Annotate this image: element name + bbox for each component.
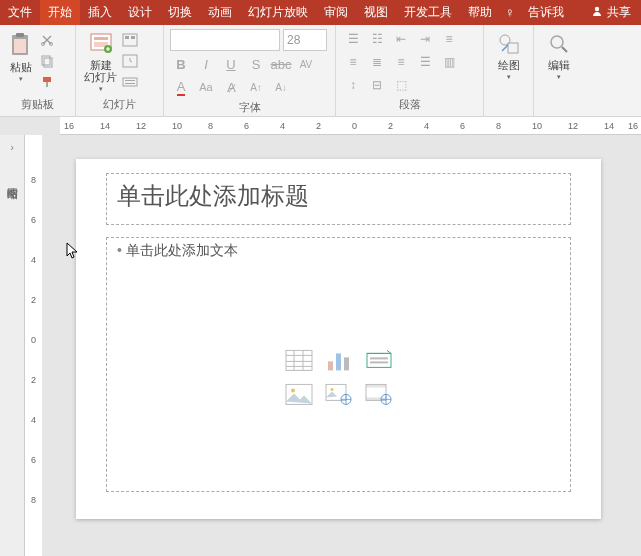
font-group-label: 字体 <box>170 100 329 117</box>
svg-rect-9 <box>43 77 51 82</box>
font-size-combo[interactable] <box>283 29 327 51</box>
clipboard-group-label: 剪贴板 <box>6 97 69 114</box>
new-slide-button[interactable]: 新建 幻灯片 ▾ <box>82 29 119 95</box>
shadow-button[interactable]: S <box>245 54 267 74</box>
title-placeholder-text: 单击此处添加标题 <box>117 180 560 212</box>
outline-toggle[interactable]: › <box>0 135 24 159</box>
svg-rect-17 <box>131 36 135 39</box>
svg-rect-34 <box>326 384 346 400</box>
menubar: 文件 开始 插入 设计 切换 动画 幻灯片放映 审阅 视图 开发工具 帮助 ♀ … <box>0 0 641 25</box>
menu-view[interactable]: 视图 <box>356 0 396 25</box>
title-placeholder[interactable]: 单击此处添加标题 <box>106 173 571 225</box>
italic-button[interactable]: I <box>195 54 217 74</box>
svg-rect-38 <box>366 384 386 387</box>
chevron-down-icon: ▾ <box>507 73 511 81</box>
line-spacing-button[interactable]: ≡ <box>438 29 460 49</box>
svg-rect-31 <box>370 361 388 363</box>
smartart-button[interactable]: ⬚ <box>390 75 412 95</box>
align-center-button[interactable]: ≣ <box>366 52 388 72</box>
svg-rect-26 <box>328 361 333 370</box>
clear-format-button[interactable]: A̷ <box>220 77 242 97</box>
menu-tellme[interactable]: 告诉我 <box>520 0 572 25</box>
chevron-down-icon: ▾ <box>19 75 23 83</box>
menu-review[interactable]: 审阅 <box>316 0 356 25</box>
reset-button[interactable] <box>121 52 139 70</box>
slide[interactable]: 单击此处添加标题 •单击此处添加文本 <box>76 159 601 519</box>
chevron-down-icon: ▾ <box>557 73 561 81</box>
share-label: 共享 <box>607 4 631 21</box>
outline-pane: › 缩略图 <box>0 135 25 556</box>
svg-rect-2 <box>16 33 24 37</box>
svg-point-33 <box>291 388 295 392</box>
svg-rect-39 <box>366 397 386 400</box>
insert-chart-icon[interactable] <box>322 346 356 374</box>
content-placeholder[interactable]: •单击此处添加文本 <box>106 237 571 492</box>
svg-point-0 <box>595 7 599 11</box>
underline-button[interactable]: U <box>220 54 242 74</box>
insert-online-picture-icon[interactable] <box>322 380 356 408</box>
svg-rect-16 <box>125 36 129 39</box>
chevron-down-icon: ▾ <box>99 85 103 93</box>
menu-home[interactable]: 开始 <box>40 0 80 25</box>
lightbulb-icon: ♀ <box>500 5 520 20</box>
menu-slideshow[interactable]: 幻灯片放映 <box>240 0 316 25</box>
horizontal-ruler: 16 14 12 10 8 6 4 2 0 2 4 6 8 10 12 14 1… <box>60 117 641 135</box>
align-text-button[interactable]: ⊟ <box>366 75 388 95</box>
svg-rect-25 <box>286 350 312 370</box>
svg-rect-27 <box>336 353 341 370</box>
svg-rect-15 <box>123 34 137 46</box>
editing-button[interactable]: 编辑 ▾ <box>540 29 578 83</box>
text-direction-button[interactable]: ↕ <box>342 75 364 95</box>
copy-button[interactable] <box>38 52 56 70</box>
font-color-button[interactable]: A <box>170 77 192 97</box>
paste-button[interactable]: 粘贴 ▾ <box>6 29 36 85</box>
insert-picture-icon[interactable] <box>282 380 316 408</box>
section-button[interactable] <box>121 73 139 91</box>
bullets-button[interactable]: ☰ <box>342 29 364 49</box>
menu-file[interactable]: 文件 <box>0 0 40 25</box>
shrink-font-button[interactable]: A↓ <box>270 77 292 97</box>
menu-developer[interactable]: 开发工具 <box>396 0 460 25</box>
menu-transitions[interactable]: 切换 <box>160 0 200 25</box>
columns-button[interactable]: ▥ <box>438 52 460 72</box>
share-button[interactable]: 共享 <box>581 4 641 21</box>
vertical-ruler: 8 6 4 2 0 2 4 6 8 <box>25 135 43 556</box>
content-icons <box>282 346 396 408</box>
align-left-button[interactable]: ≡ <box>342 52 364 72</box>
svg-rect-23 <box>508 43 518 53</box>
slide-canvas[interactable]: 单击此处添加标题 •单击此处添加文本 <box>42 135 641 556</box>
slides-group-label: 幻灯片 <box>82 97 157 114</box>
svg-point-35 <box>330 387 333 390</box>
numbering-button[interactable]: ☷ <box>366 29 388 49</box>
svg-rect-30 <box>370 357 388 359</box>
font-family-combo[interactable] <box>170 29 280 51</box>
align-right-button[interactable]: ≡ <box>390 52 412 72</box>
svg-rect-28 <box>344 357 349 370</box>
svg-rect-8 <box>44 58 52 67</box>
strike-button[interactable]: abc <box>270 54 292 74</box>
indent-dec-button[interactable]: ⇤ <box>390 29 412 49</box>
justify-button[interactable]: ☰ <box>414 52 436 72</box>
indent-inc-button[interactable]: ⇥ <box>414 29 436 49</box>
menu-help[interactable]: 帮助 <box>460 0 500 25</box>
svg-rect-7 <box>42 56 50 65</box>
svg-rect-29 <box>367 353 391 367</box>
insert-table-icon[interactable] <box>282 346 316 374</box>
layout-button[interactable] <box>121 31 139 49</box>
svg-rect-10 <box>46 82 48 87</box>
format-painter-button[interactable] <box>38 73 56 91</box>
cut-button[interactable] <box>38 31 56 49</box>
menu-insert[interactable]: 插入 <box>80 0 120 25</box>
insert-video-icon[interactable] <box>362 380 396 408</box>
grow-font-button[interactable]: A↑ <box>245 77 267 97</box>
drawing-button[interactable]: 绘图 ▾ <box>490 29 527 83</box>
person-icon <box>591 5 603 20</box>
menu-design[interactable]: 设计 <box>120 0 160 25</box>
spacing-button[interactable]: AV <box>295 54 317 74</box>
svg-rect-20 <box>125 80 135 81</box>
change-case-button[interactable]: Aa <box>195 77 217 97</box>
menu-animations[interactable]: 动画 <box>200 0 240 25</box>
bold-button[interactable]: B <box>170 54 192 74</box>
insert-smartart-icon[interactable] <box>362 346 396 374</box>
svg-rect-12 <box>94 37 108 40</box>
